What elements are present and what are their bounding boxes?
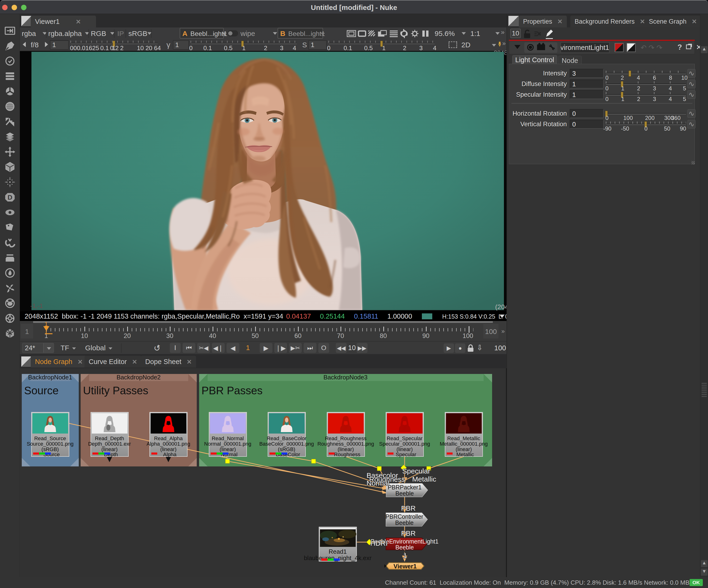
svg-text:Viewer1: Viewer1 — [393, 563, 417, 570]
svg-text:1: 1 — [403, 552, 407, 559]
svg-text:Normal_000001.png: Normal_000001.png — [204, 441, 251, 447]
svg-text:Metallic: Metallic — [456, 451, 474, 458]
svg-text:Alpha_000001.png: Alpha_000001.png — [147, 441, 190, 447]
svg-text:Read_Alpha: Read_Alpha — [154, 436, 183, 441]
svg-text:Normal: Normal — [366, 479, 389, 487]
svg-text:BackdropNode1: BackdropNode1 — [28, 374, 72, 381]
svg-text:Source_000001.png: Source_000001.png — [27, 441, 73, 447]
svg-text:Alpha: Alpha — [163, 451, 177, 458]
svg-text:BackdropNode2: BackdropNode2 — [117, 374, 160, 381]
svg-text:Read_Metallic: Read_Metallic — [447, 436, 480, 441]
svg-text:Read_Normal: Read_Normal — [212, 436, 244, 441]
svg-text:Read_BaseColor: Read_BaseColor — [267, 436, 306, 441]
svg-text:PBR: PBR — [401, 529, 416, 537]
svg-text:Depth_000001.exr: Depth_000001.exr — [88, 441, 131, 447]
svg-text:Read_Depth: Read_Depth — [95, 436, 124, 441]
svg-text:Source: Source — [24, 384, 59, 396]
svg-text:Read_Roughness: Read_Roughness — [325, 436, 366, 441]
svg-text:Read_Source: Read_Source — [34, 436, 66, 441]
svg-text:Beeble: Beeble — [395, 544, 414, 551]
svg-text:HDRI: HDRI — [370, 539, 388, 547]
svg-text:PBRPacker1: PBRPacker1 — [388, 484, 421, 491]
svg-text:BaseColor_000001.png: BaseColor_000001.png — [259, 441, 314, 447]
svg-text:D: D — [7, 194, 12, 201]
svg-text:Beeble: Beeble — [395, 490, 414, 497]
svg-text:Beeble: Beeble — [395, 520, 414, 526]
svg-text:Specular_000001.png: Specular_000001.png — [379, 441, 430, 447]
svg-text:Specular: Specular — [402, 467, 430, 475]
svg-text:Specular: Specular — [396, 451, 416, 458]
svg-text:Roughness: Roughness — [334, 451, 360, 458]
svg-text:Metallic: Metallic — [412, 475, 436, 483]
svg-text:Metallic_000001.png: Metallic_000001.png — [440, 441, 488, 447]
svg-text:PBRController: PBRController — [385, 513, 423, 520]
svg-text:Roughness_000001.png: Roughness_000001.png — [317, 441, 374, 447]
svg-text:Utility Passes: Utility Passes — [83, 384, 148, 396]
svg-text:BackdropNode3: BackdropNode3 — [324, 374, 367, 381]
svg-text:PBR: PBR — [401, 504, 416, 512]
svg-text:PBR Passes: PBR Passes — [202, 384, 263, 396]
svg-text:Read1: Read1 — [329, 548, 347, 555]
svg-text:Read_Specular: Read_Specular — [387, 436, 422, 441]
